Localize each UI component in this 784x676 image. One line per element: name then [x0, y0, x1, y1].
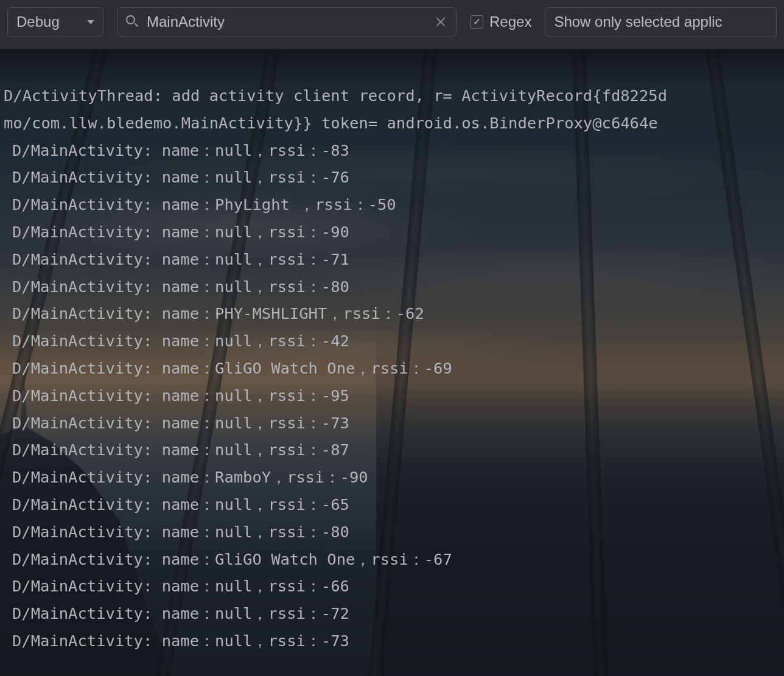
log-output[interactable]: D/ActivityThread: add activity client re… — [0, 49, 784, 655]
log-line: mo/com.llw.bledemo.MainActivity}} token=… — [4, 110, 784, 137]
log-line: D/MainActivity: name：null，rssi：-42 — [4, 327, 784, 355]
clear-filter-icon[interactable] — [434, 15, 447, 29]
log-line: D/MainActivity: name：null，rssi：-65 — [4, 491, 784, 518]
log-line: D/MainActivity: name：null，rssi：-80 — [4, 273, 784, 301]
search-icon — [126, 15, 139, 29]
scope-dropdown[interactable]: Show only selected applic — [545, 7, 777, 37]
log-line: D/MainActivity: name：null，rssi：-71 — [4, 246, 784, 273]
log-filter-input[interactable] — [147, 13, 427, 30]
log-level-dropdown[interactable]: Debug — [7, 7, 103, 37]
log-filter-field[interactable] — [117, 7, 457, 37]
log-viewport: D/ActivityThread: add activity client re… — [0, 49, 784, 676]
regex-label: Regex — [489, 13, 531, 30]
logcat-toolbar: Debug ✓ Regex Show only selected applic — [0, 0, 784, 49]
log-line: D/MainActivity: name：GliGO Watch One，rss… — [4, 355, 784, 382]
checkbox-icon: ✓ — [470, 15, 483, 29]
log-line: D/MainActivity: name：null，rssi：-73 — [4, 409, 784, 437]
log-line: D/MainActivity: name：null，rssi：-87 — [4, 436, 784, 464]
chevron-down-icon — [87, 20, 94, 24]
log-line: D/MainActivity: name：PHY-MSHLIGHT，rssi：-… — [4, 300, 784, 327]
log-line: D/MainActivity: name：PhyLight ，rssi：-50 — [4, 191, 784, 218]
scope-label: Show only selected applic — [554, 13, 722, 30]
log-line: D/MainActivity: name：null，rssi：-66 — [4, 573, 784, 600]
log-level-value: Debug — [16, 13, 60, 30]
log-line: D/MainActivity: name：RamboY，rssi：-90 — [4, 464, 784, 491]
log-line: D/MainActivity: name：null，rssi：-73 — [4, 627, 784, 655]
regex-checkbox[interactable]: ✓ Regex — [470, 13, 531, 30]
log-line: D/MainActivity: name：GliGO Watch One，rss… — [4, 546, 784, 573]
log-line: D/MainActivity: name：null，rssi：-80 — [4, 518, 784, 546]
log-line: D/MainActivity: name：null，rssi：-72 — [4, 600, 784, 627]
log-line: D/MainActivity: name：null，rssi：-90 — [4, 218, 784, 246]
log-line: D/MainActivity: name：null，rssi：-76 — [4, 164, 784, 191]
log-line: D/ActivityThread: add activity client re… — [4, 82, 784, 110]
log-line: D/MainActivity: name：null，rssi：-95 — [4, 382, 784, 409]
log-line: D/MainActivity: name：null，rssi：-83 — [4, 137, 784, 164]
